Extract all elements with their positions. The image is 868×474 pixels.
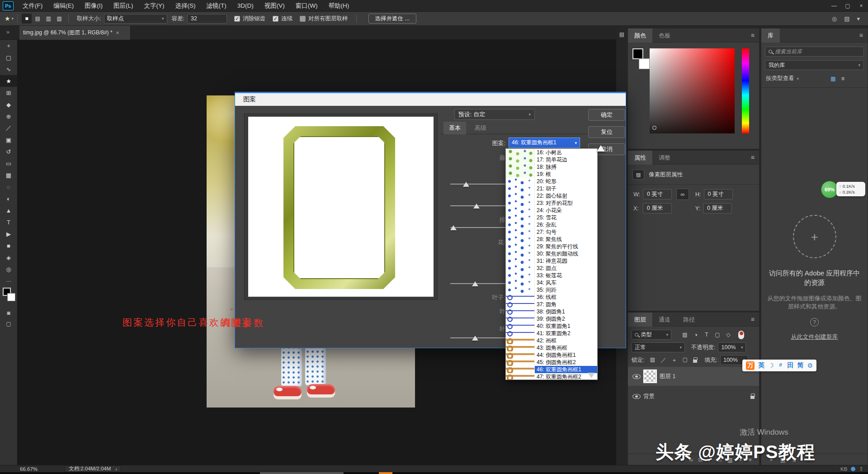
- history-brush-tool[interactable]: ↺: [0, 146, 17, 157]
- clone-stamp-tool[interactable]: ▣: [0, 134, 17, 146]
- pattern-list-item[interactable]: 27: 勾号: [506, 228, 597, 236]
- pattern-list-item[interactable]: 23: 对齐的花型: [506, 199, 597, 207]
- document-size-indicator[interactable]: 文档:2.04M/2.04M ›: [65, 465, 121, 472]
- pen-tool[interactable]: ▲: [0, 204, 17, 216]
- library-select[interactable]: 我的库 ▾: [765, 60, 864, 70]
- layer-filter-icon[interactable]: ◑: [690, 332, 701, 338]
- panel-menu-icon[interactable]: ≡: [751, 316, 755, 323]
- hand-tool[interactable]: ◈: [0, 251, 17, 263]
- menu-item-图层(L)[interactable]: 图层(L): [108, 0, 139, 12]
- menu-item-文件(F)[interactable]: 文件(F): [17, 0, 48, 12]
- tab-swatches[interactable]: 色板: [652, 28, 677, 43]
- blur-tool[interactable]: ◌: [0, 181, 17, 193]
- eraser-tool[interactable]: ▭: [0, 157, 17, 169]
- edit-toolbar-icon[interactable]: …: [0, 277, 17, 283]
- help-icon[interactable]: ?: [810, 318, 819, 327]
- crop-tool[interactable]: ⊞: [0, 87, 17, 99]
- layer-thumbnail[interactable]: [643, 370, 657, 383]
- tab-libraries[interactable]: 库: [761, 28, 780, 43]
- pattern-list-item[interactable]: 40: 双重圆角1: [506, 322, 597, 330]
- scroll-down-icon[interactable]: [588, 373, 595, 378]
- marquee-tool[interactable]: ▢: [0, 52, 17, 63]
- lasso-tool[interactable]: ∿: [0, 63, 17, 75]
- zoom-level[interactable]: 66.67%: [20, 466, 38, 472]
- options-right-icon[interactable]: ▾: [857, 15, 860, 22]
- selection-mode-icon[interactable]: ▤: [33, 14, 42, 24]
- reset-button[interactable]: 复位: [588, 126, 625, 138]
- menu-item-文字(Y)[interactable]: 文字(Y): [139, 0, 170, 12]
- pattern-list-item[interactable]: 35: 间距: [506, 286, 597, 294]
- ime-icon[interactable]: 〃: [778, 361, 784, 370]
- layer-row-selected[interactable]: 图层 1: [628, 367, 759, 386]
- pattern-list-item[interactable]: 45: 倒圆角画框2: [506, 359, 597, 366]
- pattern-list-item[interactable]: 20: 蛇形: [506, 178, 597, 185]
- dialog-title-bar[interactable]: 图案: [235, 92, 626, 106]
- lock-option-icon[interactable]: ＋: [669, 356, 679, 364]
- saturation-brightness-box[interactable]: [650, 48, 735, 133]
- menu-item-视图(V)[interactable]: 视图(V): [259, 0, 290, 12]
- maximize-button[interactable]: ▢: [841, 0, 854, 12]
- tab-channels[interactable]: 通道: [652, 313, 677, 327]
- pattern-list-item[interactable]: 36: 线框: [506, 294, 597, 301]
- quick-mask-icon[interactable]: ◙: [0, 308, 17, 318]
- select-and-mask-button[interactable]: 选择并遮住 ...: [368, 14, 416, 24]
- layer-filter-icon[interactable]: T: [701, 332, 712, 338]
- pattern-list-item[interactable]: 37: 圆角: [506, 301, 597, 308]
- color-cursor-icon[interactable]: [652, 126, 656, 130]
- create-library-link[interactable]: 从此文件创建新库: [766, 333, 863, 341]
- hue-slider[interactable]: [742, 48, 749, 133]
- panel-menu-icon[interactable]: ≡: [859, 32, 863, 39]
- network-speed-overlay[interactable]: 69% ↑0.1K/s ↓0.2K/s: [821, 181, 865, 198]
- zoom-tool[interactable]: ◎: [0, 263, 17, 275]
- tab-properties[interactable]: 属性: [628, 151, 652, 165]
- link-dimensions-icon[interactable]: ∞: [676, 189, 689, 200]
- pattern-list-item[interactable]: 17: 简单花边: [506, 156, 597, 163]
- blend-mode-select[interactable]: 正常 ▾: [632, 342, 685, 352]
- pattern-list-item[interactable]: 19: 根: [506, 171, 597, 178]
- lock-option-icon[interactable]: ▢: [679, 356, 690, 364]
- list-view-icon[interactable]: ≡: [841, 76, 844, 82]
- layer-filter-icon[interactable]: ▨: [679, 332, 690, 338]
- layer-name[interactable]: 图层 1: [660, 373, 675, 380]
- tab-color[interactable]: 颜色: [628, 28, 652, 43]
- move-tool[interactable]: ＋: [0, 40, 17, 52]
- menu-item-窗口(W)[interactable]: 窗口(W): [290, 0, 323, 12]
- param-slider[interactable]: [450, 224, 505, 231]
- pattern-list-item[interactable]: 31: 禅意花园: [506, 257, 597, 265]
- minimize-button[interactable]: —: [827, 0, 841, 12]
- layer-filter-icon[interactable]: ◇: [723, 332, 734, 338]
- selection-mode-icon[interactable]: ■: [22, 14, 32, 24]
- toolbar-collapse-icon[interactable]: »: [6, 28, 9, 35]
- pattern-list-item[interactable]: 39: 倒圆角2: [506, 315, 597, 322]
- panel-menu-icon[interactable]: ≡: [751, 32, 755, 39]
- options-right-icon[interactable]: ▤: [844, 15, 849, 22]
- view-by-type-label[interactable]: 按类型查看: [766, 75, 794, 82]
- anti-alias-checkbox[interactable]: ✓ 消除锯齿: [234, 15, 265, 23]
- foreground-background-swatches[interactable]: [0, 287, 17, 308]
- x-field[interactable]: 0 厘米: [643, 203, 672, 213]
- ime-icon[interactable]: ⚙: [807, 362, 813, 369]
- menu-item-选择(S)[interactable]: 选择(S): [170, 0, 201, 12]
- pattern-list-item[interactable]: 18: 脉搏: [506, 163, 597, 171]
- tab-advanced[interactable]: 高级: [468, 122, 493, 134]
- shape-tool[interactable]: ■: [0, 240, 17, 251]
- brush-tool[interactable]: ／: [0, 122, 17, 134]
- pattern-list-item[interactable]: 42: 画框: [506, 337, 597, 344]
- pattern-list-item[interactable]: 34: 风车: [506, 279, 597, 286]
- pattern-dropdown-list[interactable]: 16: 小树丛17: 简单花边18: 脉搏19: 根20: 蛇形21: 胡子22…: [505, 148, 598, 380]
- preset-select[interactable]: 预设: 自定 ▾: [454, 109, 535, 120]
- lock-option-icon[interactable]: ／: [658, 356, 669, 364]
- eyedropper-tool[interactable]: ◆: [0, 99, 17, 110]
- pattern-list-item[interactable]: 24: 小花朵: [506, 207, 597, 214]
- foreground-color-swatch[interactable]: [632, 48, 643, 59]
- pattern-list-item[interactable]: 32: 圆点: [506, 265, 597, 272]
- library-search-input[interactable]: 搜索当前库: [765, 47, 864, 57]
- menu-item-编辑(E)[interactable]: 编辑(E): [48, 0, 79, 12]
- panel-menu-icon[interactable]: ≡: [751, 154, 755, 161]
- selection-mode-icon[interactable]: ▥: [43, 14, 53, 24]
- menu-item-3D(D)[interactable]: 3D(D): [232, 0, 259, 12]
- dodge-tool[interactable]: ◐: [0, 193, 17, 204]
- background-color-swatch[interactable]: [7, 293, 15, 301]
- close-tab-icon[interactable]: ×: [116, 30, 119, 36]
- param-slider[interactable]: [450, 203, 505, 209]
